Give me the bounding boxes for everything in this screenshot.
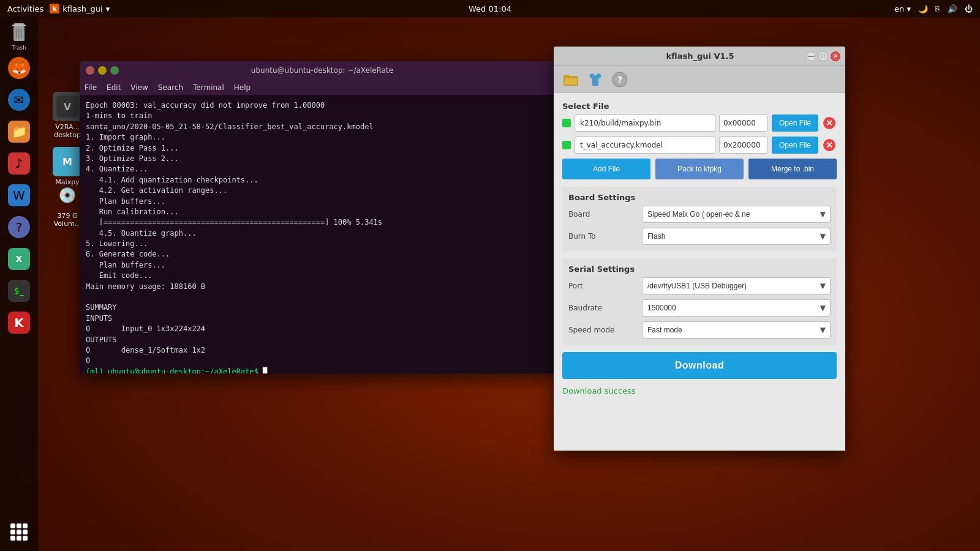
terminal-cursor: █	[263, 367, 267, 373]
terminal-line-17: Emit code...	[86, 271, 551, 281]
svg-rect-1	[12, 24, 26, 26]
pack-btn[interactable]: Pack to kfpkg	[655, 159, 744, 179]
terminal-line-6: 3. Optimize Pass 2...	[86, 154, 551, 164]
kflash-titlebar: kflash_gui V1.5 — □ ✕	[554, 47, 845, 66]
network-icon[interactable]: ⎘	[935, 4, 940, 13]
terminal-menu-file[interactable]: File	[85, 83, 97, 92]
kflash-maximize-btn[interactable]: □	[818, 51, 828, 61]
download-btn[interactable]: Download	[562, 352, 837, 379]
desktop: Activities k kflash_gui ▾ Wed 01:04 en ▾…	[0, 0, 980, 551]
serial-settings-label: Serial Settings	[568, 264, 831, 274]
kflash-help-icon[interactable]: ?	[610, 70, 630, 89]
kflash-body: Select File k210/build/maixpy.bin 0x0000…	[554, 93, 845, 451]
file1-addr: 0x00000	[719, 114, 768, 132]
merge-btn[interactable]: Merge to .bin	[748, 159, 837, 179]
activities-button[interactable]: Activities	[7, 4, 43, 13]
terminal-line-8: 4.1. Add quantization checkpoints...	[86, 175, 551, 186]
terminal-menu-search[interactable]: Search	[158, 83, 183, 92]
burn-to-select[interactable]: Flash	[642, 228, 831, 245]
add-file-btn[interactable]: Add File	[562, 159, 650, 179]
terminal-menu-edit[interactable]: Edit	[107, 83, 121, 92]
terminal-close-btn[interactable]	[86, 66, 94, 75]
file1-remove-btn[interactable]: ✕	[822, 116, 837, 130]
board-select[interactable]: Sipeed Maix Go ( open-ec & ne	[642, 206, 831, 223]
port-select[interactable]: /dev/ttyUSB1 (USB Debugger)	[642, 277, 831, 294]
locale-selector[interactable]: en ▾	[894, 4, 911, 13]
terminal-maximize-btn[interactable]	[110, 66, 119, 75]
terminal-menu-help[interactable]: Help	[234, 83, 251, 92]
terminal-title: ubuntu@ubuntu-desktop: ~/aXeleRate	[119, 66, 526, 75]
dock-icon-libreoffice[interactable]: W	[5, 181, 33, 209]
show-apps-button[interactable]	[5, 518, 33, 546]
terminal-line-11: Run calibration...	[86, 207, 551, 217]
terminal-line-output0: 0 dense_1/Softmax 1x2	[86, 345, 551, 356]
rhythmbox-icon: ♪	[8, 152, 30, 174]
download-success-msg: Download success	[562, 386, 837, 395]
board-settings-section: Board Settings Board Sipeed Maix Go ( op…	[562, 187, 837, 251]
burn-to-label: Burn To	[568, 232, 642, 241]
file2-remove-btn[interactable]: ✕	[822, 138, 837, 152]
dock: Trash 🦊 ✉ 📁 ♪ W ? X $_ K	[0, 17, 38, 551]
kflash-close-btn[interactable]: ✕	[831, 51, 840, 61]
help-icon: ?	[8, 216, 30, 238]
dock-icon-rhythmbox[interactable]: ♪	[5, 149, 33, 178]
dock-icon-help[interactable]: ?	[5, 213, 33, 241]
file2-open-btn[interactable]: Open File	[772, 137, 818, 154]
terminal-line-1: Epoch 00003: val_accuracy did not improv…	[86, 100, 551, 111]
kflash-shirt-icon[interactable]	[586, 70, 605, 89]
dock-icon-terminal[interactable]: $_	[5, 277, 33, 305]
svg-rect-11	[564, 75, 570, 77]
disk-label: 379 GVolum...	[54, 212, 81, 228]
maixpy-desktop-icon: M	[53, 147, 82, 176]
volume-icon[interactable]: 🔊	[948, 4, 957, 13]
dock-icon-xray[interactable]: X	[5, 245, 33, 273]
dock-icon-trash[interactable]: Trash	[5, 22, 33, 50]
kflash-toolbar: ?	[554, 66, 845, 93]
trash-label: Trash	[12, 45, 26, 51]
file1-open-btn[interactable]: Open File	[772, 114, 818, 132]
dock-icon-kaira[interactable]: K	[5, 309, 33, 337]
terminal-line-14: 5. Lowering...	[86, 239, 551, 249]
dock-icon-files[interactable]: 📁	[5, 118, 33, 146]
app-arrow-icon: ▾	[106, 4, 110, 13]
terminal-line-inputs: INPUTS	[86, 313, 551, 324]
file2-name: t_val_accuracy.kmodel	[575, 137, 715, 154]
terminal-prompt: (ml) ubuntu@ubuntu-desktop:~/aXeleRate$	[86, 367, 258, 373]
port-row: Port /dev/ttyUSB1 (USB Debugger) ▼	[568, 277, 831, 294]
night-mode-icon[interactable]: 🌙	[918, 4, 928, 13]
kflash-folder-icon[interactable]	[561, 70, 581, 89]
speed-mode-select[interactable]: Fast mode	[642, 321, 831, 339]
port-label: Port	[568, 282, 642, 290]
speed-mode-row: Speed mode Fast mode ▼	[568, 321, 831, 339]
kflash-minimize-btn[interactable]: —	[806, 51, 816, 61]
baudrate-select[interactable]: 1500000	[642, 299, 831, 317]
terminal-line-7: 4. Quantize...	[86, 164, 551, 174]
board-settings-label: Board Settings	[568, 193, 831, 202]
terminal-minimize-btn[interactable]	[98, 66, 107, 75]
board-select-wrapper: Sipeed Maix Go ( open-ec & ne ▼	[642, 206, 831, 223]
terminal-controls	[86, 66, 119, 75]
svg-rect-12	[565, 78, 577, 84]
svg-text:?: ?	[617, 75, 622, 84]
terminal-titlebar: ubuntu@ubuntu-desktop: ~/aXeleRate	[80, 61, 557, 80]
terminal-line-summary: SUMMARY	[86, 302, 551, 313]
app-icon: k	[50, 4, 59, 13]
disk-icon: 💿	[53, 181, 82, 210]
svg-text:M: M	[62, 156, 72, 168]
terminal-line-3: santa_uno/2020-05-05_21-58-52/Classifier…	[86, 122, 551, 132]
file2-remove-icon: ✕	[823, 139, 835, 151]
terminal-menu-view[interactable]: View	[130, 83, 148, 92]
app-menu[interactable]: k kflash_gui ▾	[50, 4, 110, 13]
dock-icon-firefox[interactable]: 🦊	[5, 54, 33, 82]
dock-icon-thunderbird[interactable]: ✉	[5, 86, 33, 114]
burn-to-row: Burn To Flash ▼	[568, 228, 831, 245]
firefox-icon: 🦊	[8, 57, 30, 79]
terminal-line-2: 1-mins to train	[86, 111, 551, 121]
taskbar: Activities k kflash_gui ▾ Wed 01:04 en ▾…	[0, 0, 980, 17]
terminal-body[interactable]: Epoch 00003: val_accuracy did not improv…	[80, 96, 557, 373]
terminal-line-15: 6. Generate code...	[86, 249, 551, 260]
svg-text:V: V	[64, 101, 72, 113]
terminal-menu-terminal[interactable]: Terminal	[193, 83, 224, 92]
power-icon[interactable]: ⏻	[965, 4, 973, 13]
terminal-line-outputs: OUTPUTS	[86, 335, 551, 345]
